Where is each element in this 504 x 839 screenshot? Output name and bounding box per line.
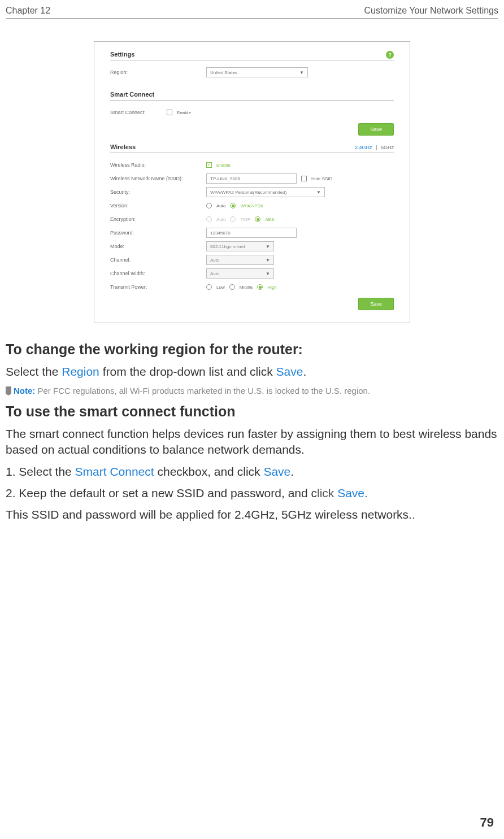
chevron-down-icon: ▼ <box>299 70 304 75</box>
hide-ssid-checkbox[interactable] <box>301 176 307 181</box>
wireless-title: Wireless <box>110 144 136 150</box>
version-auto-label: Auto <box>216 203 225 208</box>
power-high-label: High <box>267 285 276 290</box>
note-text: Per FCC regulations, all Wi-Fi products … <box>35 386 370 395</box>
link-region: Region <box>62 365 99 378</box>
heading-region: To change the working region for the rou… <box>6 340 498 359</box>
channel-select[interactable]: Auto ▼ <box>206 255 274 265</box>
wireless-rule <box>110 153 394 153</box>
tab-2-4ghz[interactable]: 2.4GHz <box>355 145 372 150</box>
p-final: This SSID and password will be applied f… <box>6 507 498 523</box>
password-row: Password: 12345670 <box>110 227 394 239</box>
encryption-aes-radio[interactable] <box>255 216 260 222</box>
p-smart-desc: The smart connect function helps devices… <box>6 426 498 458</box>
link-smart-connect: Smart Connect <box>75 465 154 478</box>
smart-connect-title: Smart Connect <box>110 91 394 98</box>
note-label: Note: <box>14 386 35 395</box>
chevron-down-icon: ▼ <box>266 258 270 263</box>
region-row: Region: United States ▼ <box>110 66 394 79</box>
version-wpa2-radio[interactable] <box>230 203 236 208</box>
mode-value: 802.11bgn mixed <box>210 244 245 249</box>
tab-5ghz[interactable]: 5GHz <box>381 145 394 150</box>
band-tabs: 2.4GHz | 5GHz <box>355 145 394 150</box>
wireless-radio-enable: Enable <box>216 163 231 168</box>
encryption-tkip-radio[interactable] <box>230 216 236 222</box>
ssid-input[interactable]: TP-LINK_5088 <box>206 173 297 184</box>
encryption-aes-label: AES <box>265 217 274 222</box>
link-save: Save <box>276 365 303 378</box>
settings-panel: ? Settings Region: United States ▼ Smart… <box>94 41 410 323</box>
save-button[interactable]: Save <box>358 123 394 136</box>
page-number: 79 <box>480 815 494 830</box>
ssid-row: Wireless Network Name (SSID): TP-LINK_50… <box>110 172 394 185</box>
mode-select[interactable]: 802.11bgn mixed ▼ <box>206 241 274 251</box>
header-rule <box>6 18 498 19</box>
channel-width-value: Auto <box>210 271 219 276</box>
power-low-label: Low <box>216 285 225 290</box>
link-save: Save <box>263 465 290 478</box>
channel-width-select[interactable]: Auto ▼ <box>206 268 274 279</box>
transmit-power-label: Transmit Power: <box>110 284 206 290</box>
chevron-down-icon: ▼ <box>266 271 270 276</box>
encryption-auto-label: Auto <box>216 217 225 222</box>
channel-label: Channel: <box>110 257 206 263</box>
encryption-auto-radio[interactable] <box>206 216 212 222</box>
channel-width-label: Channel Width: <box>110 271 206 276</box>
channel-value: Auto <box>210 258 219 263</box>
version-row: Version: Auto WPA2-PSK <box>110 199 394 212</box>
transmit-power-row: Transmit Power: Low Middle High <box>110 281 394 293</box>
save-button[interactable]: Save <box>358 298 394 310</box>
wireless-radio-row: Wireless Radio: ✓ Enable <box>110 159 394 171</box>
settings-title: Settings <box>110 51 394 58</box>
encryption-row: Encryption: Auto TKIP AES <box>110 213 394 225</box>
ssid-value: TP-LINK_5088 <box>210 176 240 181</box>
smart-connect-enable-label: Enable <box>177 110 191 115</box>
region-value: United States <box>210 70 237 75</box>
hide-ssid-label: Hide SSID <box>311 176 332 181</box>
smart-connect-checkbox[interactable] <box>167 110 172 115</box>
password-label: Password: <box>110 230 206 236</box>
chapter-label: Chapter 12 <box>6 6 50 16</box>
chevron-down-icon: ▼ <box>316 190 321 195</box>
body-text: To change the working region for the rou… <box>0 340 504 523</box>
p-region: Select the Region from the drop-down lis… <box>6 364 498 380</box>
wireless-radio-checkbox[interactable]: ✓ <box>206 162 212 168</box>
power-middle-radio[interactable] <box>229 284 235 290</box>
help-icon[interactable]: ? <box>386 51 394 59</box>
security-row: Security: WPA/WPA2 Personal(Recommended)… <box>110 186 394 198</box>
page-header: Chapter 12 Customize Your Network Settin… <box>0 0 504 18</box>
version-wpa2-label: WPA2-PSK <box>240 203 263 208</box>
password-input[interactable]: 12345670 <box>206 228 297 238</box>
version-label: Version: <box>110 203 206 208</box>
ssid-label: Wireless Network Name (SSID): <box>110 176 206 181</box>
heading-smart: To use the smart connect function <box>6 402 498 421</box>
li-2: 2. Keep the default or set a new SSID an… <box>6 485 498 501</box>
pencil-icon <box>6 386 11 395</box>
security-label: Security: <box>110 189 206 195</box>
wireless-radio-label: Wireless Radio: <box>110 162 206 168</box>
region-label: Region: <box>110 69 206 75</box>
security-value: WPA/WPA2 Personal(Recommended) <box>210 190 286 195</box>
li-1: 1. Select the Smart Connect checkbox, an… <box>6 464 498 480</box>
band-sep: | <box>376 145 377 150</box>
encryption-label: Encryption: <box>110 216 206 222</box>
power-middle-label: Middle <box>240 285 253 290</box>
channel-width-row: Channel Width: Auto ▼ <box>110 267 394 280</box>
version-auto-radio[interactable] <box>206 203 212 208</box>
power-low-radio[interactable] <box>206 284 212 290</box>
smart-connect-row: Smart Connect: Enable <box>110 106 394 119</box>
settings-rule <box>110 60 394 60</box>
password-value: 12345670 <box>210 231 231 236</box>
smart-connect-rule <box>110 100 394 101</box>
section-label: Customize Your Network Settings <box>364 6 498 16</box>
mode-row: Mode: 802.11bgn mixed ▼ <box>110 240 394 253</box>
mode-label: Mode: <box>110 244 206 249</box>
power-high-radio[interactable] <box>257 284 263 290</box>
channel-row: Channel: Auto ▼ <box>110 254 394 266</box>
chevron-down-icon: ▼ <box>266 244 270 249</box>
encryption-tkip-label: TKIP <box>240 217 250 222</box>
link-save: Save <box>337 486 364 499</box>
security-select[interactable]: WPA/WPA2 Personal(Recommended) ▼ <box>206 187 325 197</box>
region-select[interactable]: United States ▼ <box>206 67 308 77</box>
smart-connect-label: Smart Connect: <box>110 110 167 115</box>
